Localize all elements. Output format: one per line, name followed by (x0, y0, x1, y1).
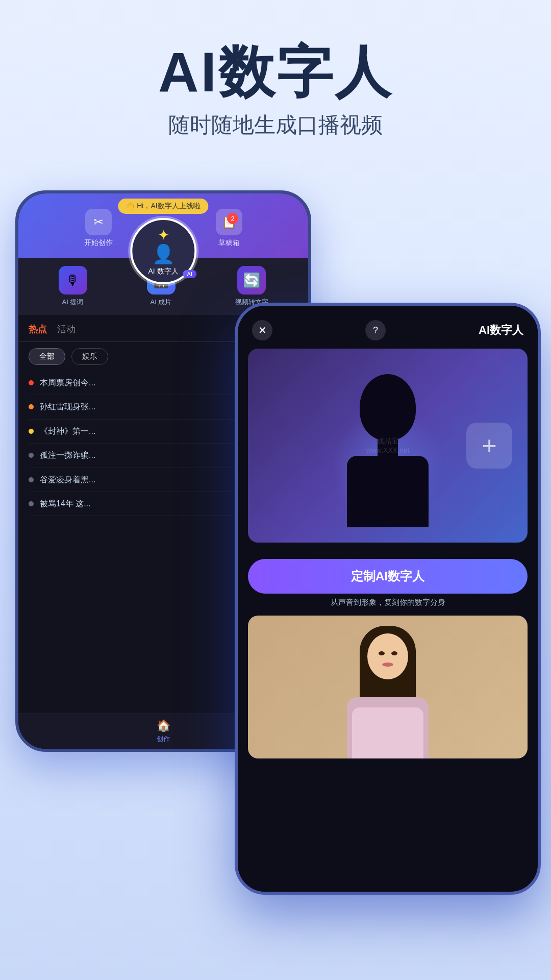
filter-entertainment[interactable]: 娱乐 (71, 348, 108, 365)
ai-prompt-label: AI 提词 (62, 298, 84, 307)
start-create-item[interactable]: ✂ 开始创作 (84, 209, 113, 248)
help-icon: ? (373, 325, 378, 336)
nav-create[interactable]: 🏠 创作 (157, 719, 170, 744)
hot-text-2: 孙红雷现身张... (40, 401, 95, 412)
popup-badge: 👋 Hi，AI数字人上线啦 (118, 199, 208, 214)
tab-hot[interactable]: 热点 (29, 323, 47, 335)
video-text-icon: 🔄 (237, 266, 266, 295)
silhouette-neck (378, 438, 398, 458)
female-shirt (352, 707, 423, 758)
circle-avatar-label: AI 数字人 (148, 267, 178, 276)
avatar-icon: 👤 (152, 243, 175, 265)
hot-text-1: 本周票房创今... (40, 377, 95, 388)
plus-icon: + (482, 431, 496, 460)
custom-btn-subtitle: 从声音到形象，复刻你的数字分身 (248, 598, 528, 607)
hot-text-3: 《封神》第一... (40, 426, 95, 437)
back-top-bar: ✂ 开始创作 👋 Hi，AI数字人上线啦 ✦ 👤 AI 数字人 AI (18, 193, 308, 258)
feature-video-text[interactable]: 🔄 视频转文字 (235, 266, 268, 307)
silhouette-head (360, 374, 416, 440)
avatar-silhouette: + (248, 349, 528, 543)
front-phone-content: ✕ ? AI数字人 (238, 306, 538, 892)
sub-title: 随时随地生成口播视频 (0, 111, 551, 139)
hot-dot-6 (29, 501, 34, 506)
page-header: AI数字人 随时随地生成口播视频 (0, 0, 551, 160)
draft-icon: 📋 2 (216, 209, 242, 235)
center-popup[interactable]: 👋 Hi，AI数字人上线啦 ✦ 👤 AI 数字人 AI (118, 199, 208, 284)
front-title: AI数字人 (479, 323, 523, 338)
draft-box-item[interactable]: 📋 2 草稿箱 (216, 209, 242, 248)
silhouette-figure (337, 364, 439, 527)
nav-create-label: 创作 (157, 734, 170, 744)
tab-activity[interactable]: 活动 (57, 323, 76, 335)
female-card (248, 616, 528, 758)
plus-button[interactable]: + (466, 423, 512, 469)
ai-avatar-circle[interactable]: ✦ 👤 AI 数字人 AI (130, 218, 196, 284)
help-button[interactable]: ? (365, 320, 386, 340)
hot-dot-2 (29, 404, 34, 409)
front-top-bar: ✕ ? AI数字人 (238, 306, 538, 349)
scissors-icon: ✂ (85, 209, 112, 235)
close-icon: ✕ (258, 324, 267, 336)
start-create-label: 开始创作 (84, 238, 113, 248)
hot-dot-3 (29, 429, 34, 434)
phone-front: ✕ ? AI数字人 (235, 303, 541, 895)
female-figure (248, 616, 528, 758)
hot-text-4: 孤注一掷诈骗... (40, 450, 95, 461)
silhouette-body (347, 456, 429, 527)
draft-label: 草稿箱 (218, 238, 240, 248)
sparkle-icon: ✦ (158, 227, 169, 243)
hot-text-5: 谷爱凌身着黑... (40, 474, 95, 485)
home-icon: 🏠 (157, 719, 170, 732)
close-button[interactable]: ✕ (252, 320, 272, 340)
page-wrapper: AI数字人 随时随地生成口播视频 ✂ 开始创作 👋 Hi，A (0, 0, 551, 980)
ai-video-label: AI 成片 (151, 298, 172, 307)
phones-container: ✂ 开始创作 👋 Hi，AI数字人上线啦 ✦ 👤 AI 数字人 AI (0, 160, 551, 915)
ai-prompt-icon: 🎙 (59, 266, 87, 295)
hot-dot-5 (29, 477, 34, 482)
hot-dot-1 (29, 380, 34, 385)
custom-btn-wrapper: 定制AI数字人 从声音到形象，复刻你的数字分身 (238, 559, 538, 616)
main-title: AI数字人 (0, 41, 551, 103)
feature-ai-prompt[interactable]: 🎙 AI 提词 (59, 266, 87, 307)
hot-dot-4 (29, 453, 34, 458)
avatar-card: + 成品宝 www.XXX.net (248, 349, 528, 543)
filter-all[interactable]: 全部 (29, 348, 65, 365)
custom-ai-button[interactable]: 定制AI数字人 (248, 559, 528, 594)
ai-badge: AI (183, 270, 196, 278)
female-face (367, 633, 408, 679)
hot-text-6: 被骂14年 这... (40, 498, 91, 509)
back-top-icons: ✂ 开始创作 👋 Hi，AI数字人上线啦 ✦ 👤 AI 数字人 AI (33, 209, 294, 248)
notification-badge: 2 (227, 213, 238, 224)
